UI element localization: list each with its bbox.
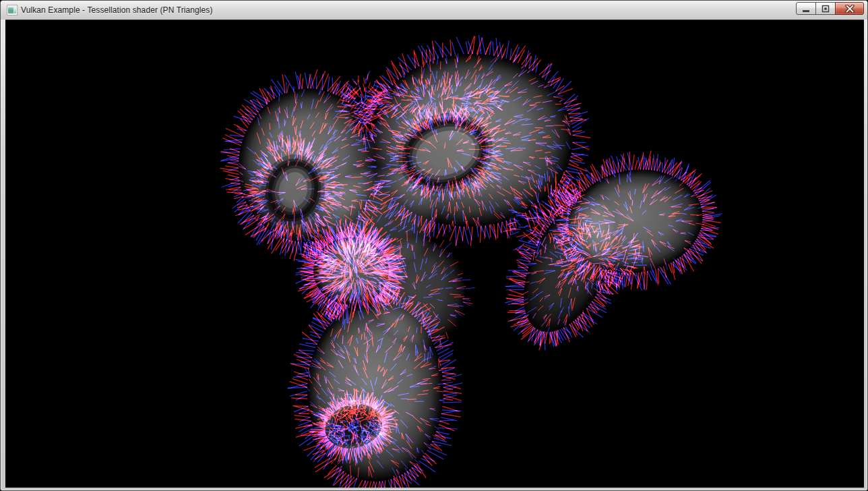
maximize-icon: [822, 5, 830, 13]
minimize-button[interactable]: [796, 2, 816, 15]
close-button[interactable]: [835, 2, 864, 15]
render-viewport[interactable]: [5, 20, 864, 488]
app-window: Vulkan Example - Tessellation shader (PN…: [0, 0, 868, 491]
minimize-icon: [802, 5, 810, 13]
window-title: Vulkan Example - Tessellation shader (PN…: [21, 5, 213, 15]
maximize-button[interactable]: [815, 2, 836, 15]
window-controls: [796, 2, 864, 15]
titlebar[interactable]: Vulkan Example - Tessellation shader (PN…: [1, 1, 867, 20]
close-icon: [845, 5, 855, 13]
app-icon[interactable]: [7, 5, 18, 16]
vulkan-render-canvas[interactable]: [5, 20, 864, 488]
